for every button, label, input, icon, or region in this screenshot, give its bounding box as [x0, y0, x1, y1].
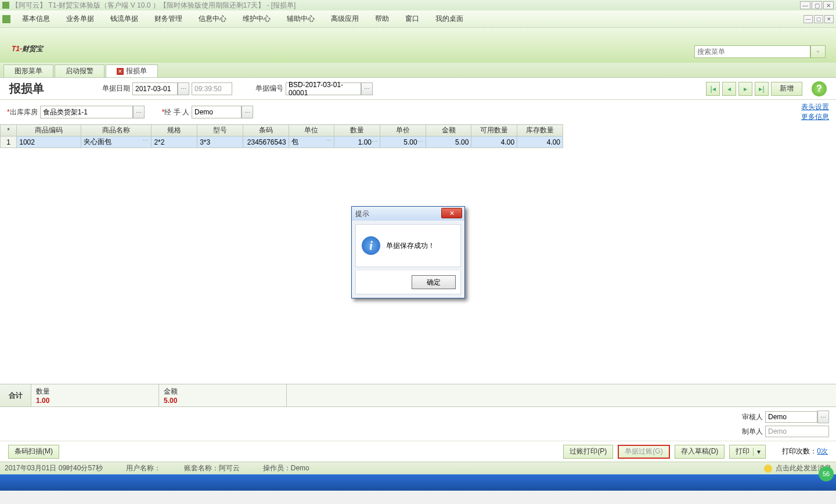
menu-window[interactable]: 窗口: [397, 14, 427, 24]
cell-amount[interactable]: 5.00: [426, 136, 471, 148]
new-button[interactable]: 新增: [771, 82, 802, 96]
auditor-field[interactable]: [765, 411, 817, 423]
menu-fin[interactable]: 财务管理: [146, 14, 190, 24]
maximize-icon[interactable]: ▢: [812, 1, 822, 9]
post-print-button[interactable]: 过账打印(P): [563, 445, 613, 459]
more-info-link[interactable]: 更多信息: [801, 112, 829, 122]
search-button[interactable]: [810, 45, 826, 58]
handler-field[interactable]: Demo: [192, 106, 242, 118]
mdi-close-icon[interactable]: ✕: [824, 15, 834, 23]
status-account: 账套名称：阿可云: [184, 463, 240, 473]
cell-picker-icon[interactable]: ⋯: [372, 138, 377, 145]
nav-last-button[interactable]: ▸|: [755, 82, 769, 96]
totals-bar: 合计 数量 1.00 金额 5.00: [0, 384, 836, 407]
warehouse-label: 出库库房: [7, 107, 38, 117]
cell-qty[interactable]: 1.00⋯: [334, 136, 380, 148]
barcode-scan-button[interactable]: 条码扫描(M): [8, 445, 59, 459]
handler-picker-button[interactable]: ⋯: [242, 106, 253, 118]
menu-help[interactable]: 帮助: [367, 14, 397, 24]
col-unit[interactable]: 单位: [289, 125, 334, 136]
cell-picker-icon[interactable]: ⋯: [326, 137, 331, 143]
auditor-label: 审核人: [742, 412, 763, 422]
nav-next-button[interactable]: ▸: [738, 82, 752, 96]
docno-field[interactable]: BSD-2017-03-01-00001: [286, 82, 361, 95]
cell-idx: 1: [1, 136, 17, 148]
col-price[interactable]: 单价: [380, 125, 426, 136]
col-qty[interactable]: 数量: [334, 125, 380, 136]
cell-model[interactable]: 3*3: [197, 136, 243, 148]
menu-desktop[interactable]: 我的桌面: [427, 14, 471, 24]
col-model[interactable]: 型号: [197, 125, 243, 136]
menu-adv[interactable]: 高级应用: [323, 14, 367, 24]
menu-cash[interactable]: 钱流单据: [102, 14, 146, 24]
dialog-close-button[interactable]: ✕: [441, 208, 462, 218]
menu-maint[interactable]: 维护中心: [235, 14, 279, 24]
print-count: 打印次数：0次: [782, 447, 828, 456]
auditor-picker-button[interactable]: ⋯: [817, 411, 829, 423]
mdi-minimize-icon[interactable]: —: [803, 15, 813, 23]
mdi-restore-icon[interactable]: ▢: [814, 15, 823, 23]
smile-icon: [764, 465, 772, 473]
cell-code[interactable]: 1002: [17, 136, 81, 148]
menu-assist[interactable]: 辅助中心: [279, 14, 323, 24]
tab-strip: 图形菜单 启动报警 ✕ 报损单: [0, 63, 836, 78]
warehouse-picker-button[interactable]: ⋯: [133, 106, 145, 118]
status-bar: 2017年03月01日 09时40分57秒 用户名称： 账套名称：阿可云 操作员…: [0, 462, 836, 474]
col-amount[interactable]: 金额: [426, 125, 471, 136]
cell-unit[interactable]: 包⋯: [289, 136, 334, 148]
status-datetime: 2017年03月01日 09时40分57秒: [5, 463, 103, 473]
header-settings-link[interactable]: 表头设置: [801, 102, 829, 112]
footer-form: 审核人 ⋯ 制单人: [0, 407, 836, 441]
col-spec[interactable]: 规格: [152, 125, 197, 136]
print-count-link[interactable]: 0次: [817, 447, 828, 455]
cell-price[interactable]: 5.00⋯: [380, 136, 426, 148]
date-picker-button[interactable]: ⋯: [178, 82, 189, 95]
col-avail[interactable]: 可用数量: [471, 125, 517, 136]
cell-picker-icon[interactable]: ⋯: [417, 138, 423, 145]
help-icon[interactable]: ?: [812, 81, 827, 96]
dialog-title: 提示: [355, 209, 369, 219]
chevron-down-icon[interactable]: ▾: [753, 448, 764, 456]
print-button[interactable]: 打印▾: [729, 445, 766, 459]
tab-close-icon[interactable]: ✕: [117, 68, 124, 75]
save-draft-button[interactable]: 存入草稿(D): [675, 445, 725, 459]
nav-prev-button[interactable]: ◂: [722, 82, 736, 96]
menu-basic[interactable]: 基本信息: [14, 14, 58, 24]
date-field[interactable]: 2017-03-01: [132, 82, 178, 95]
search-input[interactable]: [694, 45, 810, 58]
tab-alarm[interactable]: 启动报警: [55, 64, 105, 77]
window-title: 【阿可云】 T1-财贸宝体验版（客户端 V 10.0 ）【限时体验版使用期限还剩…: [12, 1, 296, 10]
time-field: 09:39:50: [192, 82, 232, 95]
tab-damage[interactable]: ✕ 报损单: [106, 64, 158, 77]
post-button[interactable]: 单据过账(G): [618, 445, 669, 459]
form-row: 出库库房 食品类货架1-1 ⋯ 经 手 人 Demo ⋯ 表头设置 更多信息: [0, 100, 836, 124]
table-row[interactable]: 1 1002 夹心面包⋯ 2*2 3*3 2345676543 包⋯ 1.00⋯…: [1, 136, 563, 148]
col-barcode[interactable]: 条码: [243, 125, 289, 136]
lock-icon: [2, 2, 9, 9]
cell-barcode[interactable]: 2345676543: [243, 136, 289, 148]
warehouse-field[interactable]: 食品类货架1-1: [40, 106, 133, 118]
menu-info[interactable]: 信息中心: [190, 14, 235, 24]
dialog-ok-button[interactable]: 确定: [412, 275, 456, 289]
col-code[interactable]: 商品编码: [17, 125, 81, 136]
message-dialog: 提示 ✕ i 单据保存成功！ 确定: [351, 206, 465, 298]
menu-biz[interactable]: 业务单据: [58, 14, 102, 24]
col-idx[interactable]: *: [1, 125, 17, 136]
cell-spec[interactable]: 2*2: [152, 136, 197, 148]
close-icon[interactable]: ✕: [823, 1, 834, 9]
svg-line-1: [819, 52, 819, 53]
col-name[interactable]: 商品名称: [81, 125, 152, 136]
cell-name[interactable]: 夹心面包⋯: [81, 136, 152, 148]
svg-point-0: [817, 51, 819, 53]
cell-stock: 4.00: [517, 136, 563, 148]
col-stock[interactable]: 库存数量: [517, 125, 563, 136]
tab-graphmenu[interactable]: 图形菜单: [3, 64, 53, 77]
menubar: 基本信息 业务单据 钱流单据 财务管理 信息中心 维护中心 辅助中心 高级应用 …: [0, 10, 836, 28]
notification-badge[interactable]: 56: [819, 466, 834, 481]
document-header: 报损单 单据日期 2017-03-01 ⋯ 09:39:50 单据编号 BSD-…: [0, 78, 836, 100]
minimize-icon[interactable]: —: [800, 1, 810, 9]
page-title: 报损单: [9, 81, 44, 96]
docno-picker-button[interactable]: ⋯: [361, 82, 373, 95]
cell-picker-icon[interactable]: ⋯: [143, 137, 149, 143]
nav-first-button[interactable]: |◂: [706, 82, 720, 96]
